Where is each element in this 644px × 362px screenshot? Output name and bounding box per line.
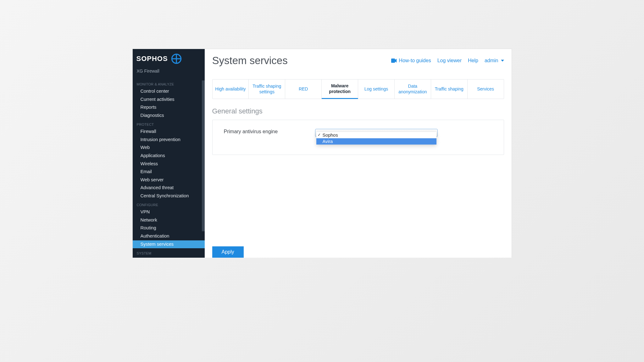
header-links: How-to guides Log viewer Help admin bbox=[391, 58, 504, 63]
video-camera-icon bbox=[391, 58, 397, 63]
sidebar-item-intrusion-prevention[interactable]: Intrusion prevention bbox=[133, 136, 205, 144]
sidebar-item-wireless[interactable]: Wireless bbox=[133, 160, 205, 168]
primary-antivirus-row: Primary antivirus engine Sophos Avira bbox=[224, 129, 492, 137]
sidebar-item-current-activities[interactable]: Current activities bbox=[133, 96, 205, 104]
sidebar-item-network[interactable]: Network bbox=[133, 216, 205, 224]
apply-button[interactable]: Apply bbox=[212, 246, 244, 258]
tab-traffic-shaping[interactable]: Traffic shaping bbox=[431, 80, 468, 99]
sidebar-item-email[interactable]: Email bbox=[133, 168, 205, 176]
nav-section-configure: CONFIGURE bbox=[133, 200, 205, 208]
nav-section-monitor: MONITOR & ANALYZE bbox=[133, 79, 205, 87]
sidebar-item-applications[interactable]: Applications bbox=[133, 152, 205, 160]
tab-log-settings[interactable]: Log settings bbox=[358, 80, 395, 99]
sidebar-item-control-center[interactable]: Control center bbox=[133, 87, 205, 96]
how-to-guides-link[interactable]: How-to guides bbox=[391, 58, 431, 63]
sidebar-item-reports[interactable]: Reports bbox=[133, 103, 205, 112]
primary-antivirus-label: Primary antivirus engine bbox=[224, 129, 287, 134]
sophos-globe-icon bbox=[171, 53, 182, 64]
tab-services[interactable]: Services bbox=[468, 80, 504, 99]
nav-section-system: SYSTEM bbox=[133, 248, 205, 256]
primary-antivirus-dropdown: Sophos Avira bbox=[316, 132, 436, 145]
tab-red[interactable]: RED bbox=[285, 80, 322, 99]
sidebar-scrollbar[interactable] bbox=[202, 80, 205, 231]
tab-data-anonymization[interactable]: Data anonymization bbox=[395, 80, 431, 99]
sidebar-item-profiles[interactable]: Profiles bbox=[133, 256, 205, 258]
logo-area: SOPHOS bbox=[133, 53, 205, 70]
sidebar-item-firewall[interactable]: Firewall bbox=[133, 128, 205, 136]
help-link[interactable]: Help bbox=[468, 58, 478, 63]
how-to-guides-label: How-to guides bbox=[399, 58, 431, 63]
header-row: System services How-to guides Log viewer… bbox=[212, 55, 504, 67]
dropdown-option-avira[interactable]: Avira bbox=[316, 138, 436, 145]
user-menu[interactable]: admin bbox=[485, 58, 504, 63]
sidebar-item-vpn[interactable]: VPN bbox=[133, 208, 205, 216]
primary-antivirus-select-wrap: Sophos Avira bbox=[315, 129, 438, 137]
sidebar-item-system-services[interactable]: System services bbox=[133, 240, 205, 249]
dropdown-option-sophos[interactable]: Sophos bbox=[316, 132, 436, 138]
brand-name: SOPHOS bbox=[136, 55, 168, 63]
caret-down-icon bbox=[501, 60, 504, 62]
tab-high-availability[interactable]: High availability bbox=[213, 80, 249, 99]
sidebar-item-authentication[interactable]: Authentication bbox=[133, 232, 205, 240]
sidebar: SOPHOS XG Firewall MONITOR & ANALYZE Con… bbox=[133, 49, 205, 258]
main-content: System services How-to guides Log viewer… bbox=[205, 49, 512, 258]
log-viewer-link[interactable]: Log viewer bbox=[437, 58, 462, 63]
tabs: High availability Traffic shaping settin… bbox=[212, 79, 504, 99]
brand-product: XG Firewall bbox=[133, 69, 205, 79]
sidebar-item-diagnostics[interactable]: Diagnostics bbox=[133, 112, 205, 120]
tab-malware-protection[interactable]: Malware protection bbox=[322, 80, 358, 99]
tab-traffic-shaping-settings[interactable]: Traffic shaping settings bbox=[249, 80, 285, 99]
user-menu-label: admin bbox=[485, 58, 498, 63]
sidebar-item-central-sync[interactable]: Central Synchronization bbox=[133, 192, 205, 200]
section-title: General settings bbox=[212, 107, 504, 115]
sidebar-item-routing[interactable]: Routing bbox=[133, 224, 205, 232]
page-title: System services bbox=[212, 55, 288, 67]
general-settings-panel: Primary antivirus engine Sophos Avira bbox=[212, 120, 504, 155]
sidebar-item-web[interactable]: Web bbox=[133, 144, 205, 152]
sidebar-nav: MONITOR & ANALYZE Control center Current… bbox=[133, 79, 205, 258]
app-window: SOPHOS XG Firewall MONITOR & ANALYZE Con… bbox=[132, 49, 512, 258]
sidebar-item-web-server[interactable]: Web server bbox=[133, 176, 205, 184]
sidebar-item-advanced-threat[interactable]: Advanced threat bbox=[133, 184, 205, 192]
nav-section-protect: PROTECT bbox=[133, 119, 205, 128]
